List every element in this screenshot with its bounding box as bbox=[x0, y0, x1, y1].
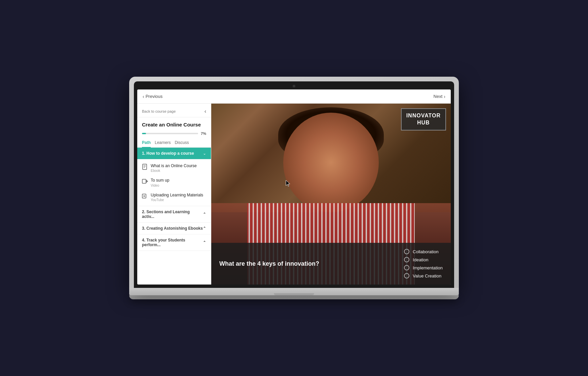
innovator-hub-line1: INNOVATOR bbox=[406, 112, 441, 119]
svg-rect-4 bbox=[142, 179, 146, 183]
screen-content: ‹ Previous Next › bbox=[137, 89, 451, 285]
laptop-foot bbox=[129, 295, 459, 299]
lesson-list-section-1: What is an Online Course Ebook bbox=[137, 159, 211, 206]
main-area: Back to course page ‹ Create an Online C… bbox=[137, 104, 451, 285]
quiz-radio-2[interactable] bbox=[404, 257, 409, 262]
quiz-option-1[interactable]: Collaboration bbox=[404, 249, 443, 254]
section-2-chevron-icon: ⌃ bbox=[203, 212, 206, 217]
laptop-base bbox=[129, 288, 459, 295]
sidebar: Back to course page ‹ Create an Online C… bbox=[137, 104, 211, 285]
quiz-option-2-label: Ideation bbox=[413, 257, 428, 262]
youtube-icon bbox=[142, 193, 148, 199]
laptop-screen: ‹ Previous Next › bbox=[137, 89, 451, 285]
top-bar: ‹ Previous Next › bbox=[137, 89, 451, 104]
quiz-radio-4[interactable] bbox=[404, 273, 409, 278]
video-area: INNOVATOR HUB What are bbox=[211, 104, 451, 285]
sidebar-header: Back to course page ‹ bbox=[137, 104, 211, 117]
section-1-chevron-icon: ⌄ bbox=[203, 151, 206, 156]
laptop-camera bbox=[293, 85, 295, 87]
lesson-2-type: Video bbox=[151, 184, 169, 187]
quiz-option-1-label: Collaboration bbox=[413, 249, 439, 254]
video-bottom-overlay: What are the 4 keys of innovation? Colla… bbox=[211, 243, 451, 285]
back-to-course-link[interactable]: Back to course page bbox=[142, 109, 176, 113]
section-item-2[interactable]: 2. Sections and Learning activ... ⌃ bbox=[137, 206, 211, 223]
tab-path[interactable]: Path bbox=[142, 138, 151, 147]
video-person-face bbox=[283, 113, 379, 212]
lesson-1-title: What is an Online Course bbox=[151, 163, 197, 169]
lesson-item-2[interactable]: To sum up Video bbox=[137, 175, 211, 190]
laptop-body: ‹ Previous Next › bbox=[129, 77, 459, 288]
laptop-bezel: ‹ Previous Next › bbox=[134, 81, 454, 288]
prev-arrow-icon: ‹ bbox=[143, 94, 144, 99]
lesson-3-type: YouTube bbox=[151, 198, 203, 202]
progress-bar-fill bbox=[142, 133, 146, 134]
section-3-chevron-icon: ⌃ bbox=[203, 226, 206, 231]
section-3-label: 3. Creating Astonishing Ebooks bbox=[142, 226, 203, 231]
innovator-hub-line2: HUB bbox=[406, 119, 441, 126]
sidebar-tabs: Path Learners Discuss bbox=[137, 138, 211, 148]
innovator-hub-logo: INNOVATOR HUB bbox=[401, 108, 446, 130]
laptop: ‹ Previous Next › bbox=[129, 77, 459, 299]
quiz-option-2[interactable]: Ideation bbox=[404, 257, 443, 262]
section-4-label: 4. Track your Students perform... bbox=[142, 238, 203, 247]
lesson-3-title: Uploading Learning Materials bbox=[151, 193, 203, 198]
quiz-options: Collaboration Ideation Implementation bbox=[404, 249, 443, 278]
lesson-item-3[interactable]: Uploading Learning Materials YouTube bbox=[137, 190, 211, 205]
section-item-3[interactable]: 3. Creating Astonishing Ebooks ⌃ bbox=[137, 223, 211, 234]
tab-learners[interactable]: Learners bbox=[155, 138, 171, 147]
tab-active-indicator bbox=[144, 148, 148, 150]
progress-area: 7% bbox=[137, 130, 211, 138]
section-2-label: 2. Sections and Learning activ... bbox=[142, 210, 203, 219]
section-item-4[interactable]: 4. Track your Students perform... ⌃ bbox=[137, 234, 211, 251]
lesson-item-1[interactable]: What is an Online Course Ebook bbox=[137, 161, 211, 176]
lesson-2-title: To sum up bbox=[151, 178, 169, 183]
next-button[interactable]: Next bbox=[434, 94, 443, 99]
quiz-option-4-label: Value Creation bbox=[413, 273, 441, 278]
section-4-chevron-icon: ⌃ bbox=[203, 240, 206, 245]
quiz-radio-3[interactable] bbox=[404, 265, 409, 270]
lesson-1-info: What is an Online Course Ebook bbox=[151, 163, 197, 173]
section-1-label: 1. How to develop a course bbox=[142, 151, 194, 156]
quiz-option-4[interactable]: Value Creation bbox=[404, 273, 443, 278]
ebook-icon bbox=[142, 164, 148, 170]
previous-button[interactable]: Previous bbox=[146, 94, 163, 99]
lesson-3-info: Uploading Learning Materials YouTube bbox=[151, 193, 203, 202]
progress-bar-background bbox=[142, 133, 198, 134]
sidebar-collapse-button[interactable]: ‹ bbox=[205, 108, 206, 114]
course-title: Create an Online Course bbox=[137, 117, 211, 130]
svg-marker-5 bbox=[146, 180, 148, 182]
lesson-1-type: Ebook bbox=[151, 169, 197, 173]
svg-rect-0 bbox=[143, 164, 147, 170]
quiz-question: What are the 4 keys of innovation? bbox=[219, 260, 319, 267]
quiz-radio-1[interactable] bbox=[404, 249, 409, 254]
lesson-2-info: To sum up Video bbox=[151, 178, 169, 187]
top-bar-nav-right[interactable]: Next › bbox=[434, 94, 445, 99]
quiz-option-3-label: Implementation bbox=[413, 265, 443, 270]
svg-marker-7 bbox=[144, 195, 145, 197]
next-arrow-icon: › bbox=[444, 94, 445, 99]
quiz-option-3[interactable]: Implementation bbox=[404, 265, 443, 270]
video-icon bbox=[142, 178, 148, 184]
progress-percentage: 7% bbox=[201, 131, 206, 136]
top-bar-nav-left[interactable]: ‹ Previous bbox=[143, 94, 162, 99]
tab-discuss[interactable]: Discuss bbox=[175, 138, 189, 147]
